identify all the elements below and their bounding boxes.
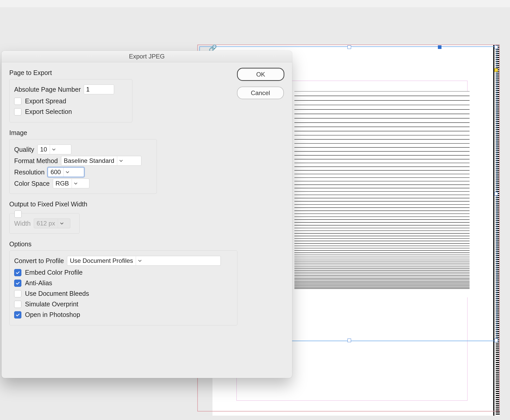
options-group: Convert to Profile Use Document Profiles… <box>9 250 237 325</box>
selection-handle[interactable] <box>494 192 498 196</box>
resolution-label: Resolution <box>14 169 45 176</box>
export-selection-checkbox[interactable]: Export Selection <box>14 108 128 115</box>
cancel-button[interactable]: Cancel <box>237 87 284 99</box>
quality-label: Quality <box>14 146 34 153</box>
dialog-title: Export JPEG <box>2 51 292 62</box>
section-options: Options <box>9 240 286 248</box>
image-group: Quality 10 Format Method Baseline Standa… <box>9 139 157 194</box>
selection-handle[interactable] <box>347 45 351 49</box>
abs-page-input[interactable] <box>84 85 114 94</box>
color-space-label: Color Space <box>14 180 50 187</box>
chevron-down-icon <box>136 256 144 265</box>
ok-button[interactable]: OK <box>237 68 284 81</box>
format-method-label: Format Method <box>14 157 58 165</box>
embed-color-profile-checkbox[interactable]: Embed Color Profile <box>14 269 233 276</box>
use-document-bleeds-checkbox[interactable]: Use Document Bleeds <box>14 290 233 297</box>
width-select: 612 px <box>34 219 70 228</box>
chevron-down-icon <box>58 219 66 228</box>
chevron-down-icon <box>117 156 125 165</box>
anti-alias-checkbox[interactable]: Anti-Alias <box>14 279 233 287</box>
color-space-select[interactable]: RGB <box>53 179 89 188</box>
convert-profile-select[interactable]: Use Document Profiles <box>67 256 221 266</box>
abs-page-label: Absolute Page Number <box>14 86 81 93</box>
chevron-down-icon <box>72 179 80 188</box>
export-jpeg-dialog: Export JPEG OK Cancel Page to Export Abs… <box>2 51 292 378</box>
selection-handle[interactable] <box>494 45 498 49</box>
selection-handle[interactable] <box>347 339 351 342</box>
page-export-group: Absolute Page Number Export Spread Expor… <box>9 79 132 122</box>
section-fixed-width: Output to Fixed Pixel Width <box>9 200 286 208</box>
chevron-down-icon <box>63 167 71 177</box>
export-spread-checkbox[interactable]: Export Spread <box>14 97 128 105</box>
app-toolbar <box>0 0 510 7</box>
selection-handle[interactable] <box>494 339 498 342</box>
width-label: Width <box>14 220 31 227</box>
quality-select[interactable]: 10 <box>37 145 71 154</box>
chevron-down-icon <box>50 145 58 154</box>
selection-handle[interactable] <box>438 45 441 49</box>
section-image: Image <box>9 129 286 137</box>
selection-handle[interactable] <box>494 68 498 72</box>
format-method-select[interactable]: Baseline Standard <box>61 156 141 166</box>
convert-profile-label: Convert to Profile <box>14 257 64 265</box>
resolution-select[interactable]: 600 <box>48 167 84 177</box>
simulate-overprint-checkbox[interactable]: Simulate Overprint <box>14 300 233 308</box>
open-in-photoshop-checkbox[interactable]: Open in Photoshop <box>14 311 233 318</box>
